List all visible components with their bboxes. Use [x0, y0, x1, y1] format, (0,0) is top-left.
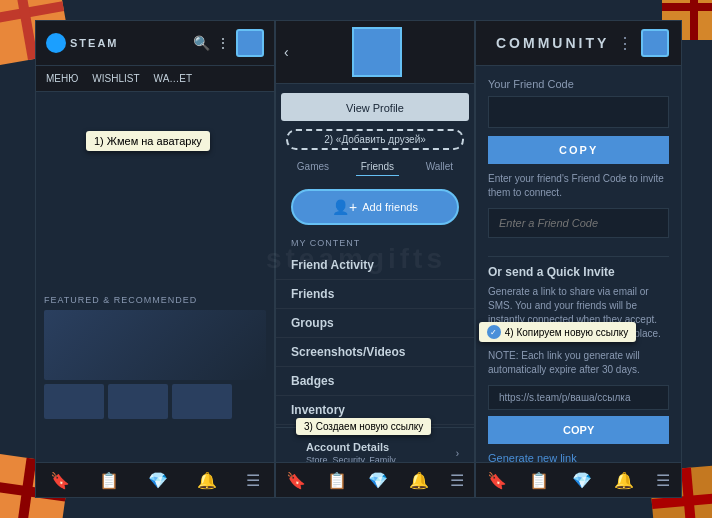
profile-bottom-bookmark-icon[interactable]: 🔖: [286, 471, 306, 490]
featured-thumbs: [44, 384, 266, 419]
step1-annotation: 1) Жмем на аватарку: [86, 131, 210, 151]
thumb-3: [172, 384, 232, 419]
menu-groups[interactable]: Groups: [276, 309, 474, 338]
view-profile-button[interactable]: View Profile: [281, 93, 469, 121]
profile-avatar[interactable]: [352, 27, 402, 77]
steam-bottom-bar: 🔖 📋 💎 🔔 ☰: [36, 462, 274, 497]
view-profile-label: View Profile: [346, 102, 404, 114]
community-avatar[interactable]: [641, 29, 669, 57]
community-more-icon[interactable]: ⋮: [617, 34, 633, 53]
add-friends-button[interactable]: 👤+ Add friends: [291, 189, 459, 225]
profile-panel-header: ‹: [276, 21, 474, 84]
section-divider: [488, 256, 669, 257]
profile-bottom-bell-icon[interactable]: 🔔: [409, 471, 429, 490]
nav-wishlist[interactable]: WISHLIST: [90, 70, 141, 87]
friend-code-input[interactable]: [488, 96, 669, 128]
note-text: NOTE: Each link you generate will automa…: [488, 349, 669, 377]
user-avatar[interactable]: [236, 29, 264, 57]
steam-header-icons: 🔍 ⋮: [193, 29, 264, 57]
copy-link-button[interactable]: COPY: [488, 416, 669, 444]
tab-games[interactable]: Games: [292, 158, 334, 176]
profile-bottom-menu-icon[interactable]: ☰: [450, 471, 464, 490]
copy-friend-code-button[interactable]: COPY: [488, 136, 669, 164]
comm-bottom-list-icon[interactable]: 📋: [529, 471, 549, 490]
comm-bottom-gem-icon[interactable]: 💎: [572, 471, 592, 490]
thumb-2: [108, 384, 168, 419]
menu-friends[interactable]: Friends: [276, 280, 474, 309]
more-options-icon[interactable]: ⋮: [216, 35, 230, 51]
menu-items: Friend Activity Friends Groups Screensho…: [276, 251, 474, 462]
community-title: COMMUNITY: [496, 35, 609, 51]
invite-description: Enter your friend's Friend Code to invit…: [488, 172, 669, 200]
steam-logo-icon: [46, 33, 66, 53]
community-bottom-bar: 🔖 📋 💎 🔔 ☰: [476, 462, 681, 497]
enter-friend-code-input[interactable]: [488, 208, 669, 238]
menu-screenshots[interactable]: Screenshots/Videos: [276, 338, 474, 367]
profile-tabs: Games Friends Wallet: [276, 153, 474, 181]
nav-menu[interactable]: МЕНЮ: [44, 70, 80, 87]
step4-label: 4) Копируем новую ссылку: [505, 327, 629, 338]
featured-section: FEATURED & RECOMMENDED: [36, 287, 274, 427]
bottom-list-icon[interactable]: 📋: [99, 471, 119, 490]
link-url-display: https://s.team/p/ваша/ссылка: [488, 385, 669, 410]
account-details-label: Account Details: [291, 436, 411, 455]
community-header: COMMUNITY ⋮: [476, 21, 681, 66]
menu-badges[interactable]: Badges: [276, 367, 474, 396]
bottom-menu-icon[interactable]: ☰: [246, 471, 260, 490]
search-icon[interactable]: 🔍: [193, 35, 210, 51]
account-arrow-icon: ›: [456, 448, 459, 459]
add-friends-label: Add friends: [362, 201, 418, 213]
add-person-icon: 👤+: [332, 199, 357, 215]
menu-friend-activity[interactable]: Friend Activity: [276, 251, 474, 280]
comm-bottom-bell-icon[interactable]: 🔔: [614, 471, 634, 490]
comm-bottom-menu-icon[interactable]: ☰: [656, 471, 670, 490]
steam-nav: МЕНЮ WISHLIST WA…ET: [36, 66, 274, 92]
steam-header: STEAM 🔍 ⋮: [36, 21, 274, 66]
generate-new-link[interactable]: Generate new link: [488, 452, 669, 462]
account-details-sub: Store, Security, Family: [291, 455, 411, 462]
profile-panel: ‹ View Profile 2) «Добавить друзей» Game…: [275, 20, 475, 498]
my-content-label: MY CONTENT: [276, 233, 474, 251]
community-content: Your Friend Code COPY Enter your friend'…: [476, 66, 681, 462]
steam-client-panel: STEAM 🔍 ⋮ 1) Жмем на аватарку МЕНЮ WISHL…: [35, 20, 275, 498]
step3-annotation: 3) Создаем новую ссылку: [296, 418, 431, 435]
friend-code-label: Your Friend Code: [488, 78, 669, 90]
community-panel: COMMUNITY ⋮ Your Friend Code COPY Enter …: [475, 20, 682, 498]
check-icon: ✓: [487, 325, 501, 339]
menu-account-details[interactable]: Account Details Store, Security, Family …: [276, 432, 474, 462]
profile-bottom-gem-icon[interactable]: 💎: [368, 471, 388, 490]
featured-label: FEATURED & RECOMMENDED: [44, 295, 266, 305]
tab-friends[interactable]: Friends: [356, 158, 399, 176]
featured-image: [44, 310, 266, 380]
or-send-label: Or send a Quick Invite: [488, 265, 669, 279]
nav-wallet[interactable]: WA…ET: [152, 70, 195, 87]
profile-bottom-bar: 🔖 📋 💎 🔔 ☰: [276, 462, 474, 497]
bottom-bell-icon[interactable]: 🔔: [197, 471, 217, 490]
tab-wallet[interactable]: Wallet: [421, 158, 458, 176]
profile-bottom-list-icon[interactable]: 📋: [327, 471, 347, 490]
comm-bottom-bookmark-icon[interactable]: 🔖: [487, 471, 507, 490]
bottom-bookmark-icon[interactable]: 🔖: [50, 471, 70, 490]
bottom-gem-icon[interactable]: 💎: [148, 471, 168, 490]
steam-logo-text: STEAM: [70, 37, 119, 49]
step4-annotation: ✓ 4) Копируем новую ссылку: [479, 322, 637, 342]
add-friends-annotation: 2) «Добавить друзей»: [286, 129, 464, 150]
thumb-1: [44, 384, 104, 419]
steam-logo: STEAM: [46, 33, 119, 53]
